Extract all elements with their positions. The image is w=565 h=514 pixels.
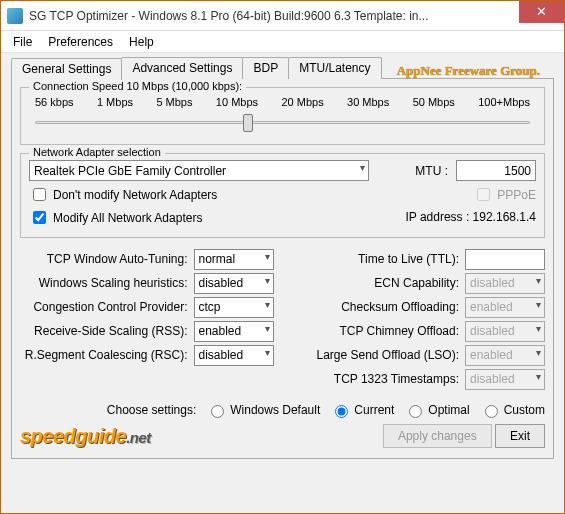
select-autotuning[interactable]: normal <box>194 249 274 270</box>
slider-label: 1 Mbps <box>97 96 133 108</box>
chk-pppoe: PPPoE <box>405 185 536 204</box>
adapter-group: Network Adapter selection Realtek PCIe G… <box>20 153 545 238</box>
chk-dont-modify[interactable]: Don't modify Network Adapters <box>29 185 405 204</box>
apply-button[interactable]: Apply changes <box>383 424 492 448</box>
label-timestamps: TCP 1323 Timestamps: <box>292 372 460 386</box>
window-title: SG TCP Optimizer - Windows 8.1 Pro (64-b… <box>29 9 519 23</box>
slider-thumb[interactable] <box>243 114 253 132</box>
connection-speed-group: Connection Speed 10 Mbps (10,000 kbps): … <box>20 87 545 145</box>
label-lso: Large Send Offload (LSO): <box>292 348 460 362</box>
tab-body: Connection Speed 10 Mbps (10,000 kbps): … <box>11 78 554 459</box>
connection-legend: Connection Speed 10 Mbps (10,000 kbps): <box>29 80 246 92</box>
tab-bdp[interactable]: BDP <box>242 57 289 79</box>
mtu-input[interactable] <box>456 160 536 181</box>
speed-slider[interactable] <box>35 110 530 134</box>
select-timestamps[interactable]: disabled <box>465 369 545 390</box>
select-ecn[interactable]: disabled <box>465 273 545 294</box>
adapter-legend: Network Adapter selection <box>29 146 165 158</box>
speedguide-logo: speedguide.net <box>20 425 151 448</box>
slider-label: 20 Mbps <box>281 96 323 108</box>
radio-default[interactable]: Windows Default <box>206 402 320 418</box>
select-rss[interactable]: enabled <box>194 321 274 342</box>
exit-button[interactable]: Exit <box>495 424 545 448</box>
label-autotuning: TCP Window Auto-Tuning: <box>20 252 188 266</box>
select-scaling[interactable]: disabled <box>194 273 274 294</box>
choose-label: Choose settings: <box>107 403 196 417</box>
label-chimney: TCP Chimney Offload: <box>292 324 460 338</box>
titlebar: SG TCP Optimizer - Windows 8.1 Pro (64-b… <box>1 1 564 31</box>
menu-file[interactable]: File <box>5 33 40 51</box>
radio-optimal[interactable]: Optimal <box>404 402 469 418</box>
app-icon <box>7 8 23 24</box>
radio-current[interactable]: Current <box>330 402 394 418</box>
tab-general[interactable]: General Settings <box>11 58 122 80</box>
label-ecn: ECN Capability: <box>292 276 460 290</box>
mtu-label: MTU : <box>415 164 448 178</box>
slider-labels: 56 kbps 1 Mbps 5 Mbps 10 Mbps 20 Mbps 30… <box>29 94 536 108</box>
tab-mtu[interactable]: MTU/Latency <box>288 57 381 79</box>
slider-label: 56 kbps <box>35 96 74 108</box>
slider-label: 100+Mbps <box>478 96 530 108</box>
slider-label: 50 Mbps <box>413 96 455 108</box>
label-rsc: R.Segment Coalescing (RSC): <box>20 348 188 362</box>
select-chimney[interactable]: disabled <box>465 321 545 342</box>
slider-track-line <box>35 121 530 124</box>
ip-address: IP address : 192.168.1.4 <box>405 210 536 224</box>
settings-col-left: TCP Window Auto-Tuning:normal Windows Sc… <box>20 246 274 392</box>
watermark-text: AppNee Freeware Group. <box>397 63 540 79</box>
menu-help[interactable]: Help <box>121 33 162 51</box>
select-rsc[interactable]: disabled <box>194 345 274 366</box>
client-area: General Settings Advanced Settings BDP M… <box>1 53 564 513</box>
choose-settings-row: Choose settings: Windows Default Current… <box>20 402 545 418</box>
adapter-select[interactable]: Realtek PCIe GbE Family Controller <box>29 160 369 181</box>
settings-col-right: Time to Live (TTL): ECN Capability:disab… <box>292 246 546 392</box>
select-chksum[interactable]: enabled <box>465 297 545 318</box>
tab-strip: General Settings Advanced Settings BDP M… <box>11 57 554 79</box>
select-congestion[interactable]: ctcp <box>194 297 274 318</box>
label-rss: Receive-Side Scaling (RSS): <box>20 324 188 338</box>
tab-advanced[interactable]: Advanced Settings <box>121 57 243 79</box>
menubar: File Preferences Help <box>1 31 564 53</box>
input-ttl[interactable] <box>465 249 545 270</box>
select-lso[interactable]: enabled <box>465 345 545 366</box>
menu-preferences[interactable]: Preferences <box>40 33 121 51</box>
label-congestion: Congestion Control Provider: <box>20 300 188 314</box>
label-ttl: Time to Live (TTL): <box>292 252 460 266</box>
app-window: SG TCP Optimizer - Windows 8.1 Pro (64-b… <box>0 0 565 514</box>
slider-label: 10 Mbps <box>216 96 258 108</box>
label-scaling: Windows Scaling heuristics: <box>20 276 188 290</box>
slider-label: 5 Mbps <box>156 96 192 108</box>
slider-label: 30 Mbps <box>347 96 389 108</box>
radio-custom[interactable]: Custom <box>480 402 545 418</box>
label-chksum: Checksum Offloading: <box>292 300 460 314</box>
chk-modify-all[interactable]: Modify All Network Adapters <box>29 208 405 227</box>
close-button[interactable]: ✕ <box>519 1 564 23</box>
